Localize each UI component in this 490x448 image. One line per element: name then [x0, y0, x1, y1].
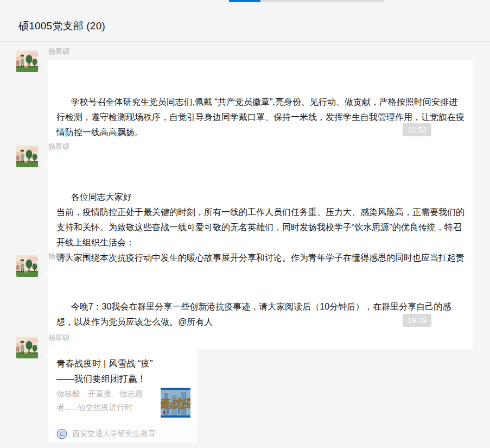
header-divider	[0, 41, 490, 42]
timestamp-badge: 12:53	[403, 123, 431, 136]
sender-name: 杨展硕	[48, 47, 473, 56]
avatar[interactable]	[16, 51, 38, 72]
avatar[interactable]	[16, 255, 38, 277]
avatar-illustration	[16, 255, 38, 277]
top-scrollbar-track[interactable]	[229, 0, 384, 2]
card-thumbnail-text: 春战疫	[161, 397, 190, 409]
avatar[interactable]	[16, 146, 38, 167]
article-thumbnail-image: 春战疫	[161, 388, 190, 418]
article-source: 西安交通大学研究生教育	[72, 429, 156, 439]
message-text: 今晚7：30我会在群里分享一些创新港抗疫事迹，请大家阅读后（10分钟后），在群里…	[56, 302, 451, 326]
bubble-arrow	[43, 352, 48, 358]
sender-name: 杨展硕	[48, 251, 473, 261]
article-description: 做核酸、开直播、做志愿者......仙交抗疫进行时	[56, 387, 154, 414]
timestamp-badge: 19:29	[403, 314, 431, 327]
avatar[interactable]	[16, 337, 38, 358]
chat-title: 硕1005党支部 (20)	[18, 19, 105, 33]
article-footer: 西安交通大学研究生教育	[48, 425, 198, 443]
avatar-illustration	[16, 146, 38, 167]
article-link-card[interactable]: 青春战疫时 | 风雪战 “疫” ——我们要组团打赢！ 做核酸、开直播、做志愿者.…	[48, 346, 198, 443]
sender-name: 杨展硕	[48, 142, 473, 152]
top-scrollbar-thumb[interactable]	[229, 0, 260, 2]
chat-window: 硕1005党支部 (20)	[0, 0, 490, 448]
bubble-arrow	[43, 271, 48, 276]
article-thumbnail[interactable]: 春战疫	[161, 388, 190, 418]
bubble-arrow	[43, 161, 48, 167]
article-title: 青春战疫时 | 风雪战 “疫” ——我们要组团打赢！	[48, 346, 198, 386]
message-group: 杨展硕 青春战疫时 | 风雪战 “疫” ——我们要组团打赢！ 做核酸、开直播、做…	[16, 333, 473, 443]
bubble-arrow	[43, 66, 48, 72]
sender-name: 杨展硕	[48, 333, 473, 343]
avatar-illustration	[16, 51, 38, 72]
article-body: 做核酸、开直播、做志愿者......仙交抗疫进行时 春战疫	[48, 386, 198, 425]
university-seal-icon	[56, 428, 67, 439]
avatar-illustration	[16, 337, 38, 358]
